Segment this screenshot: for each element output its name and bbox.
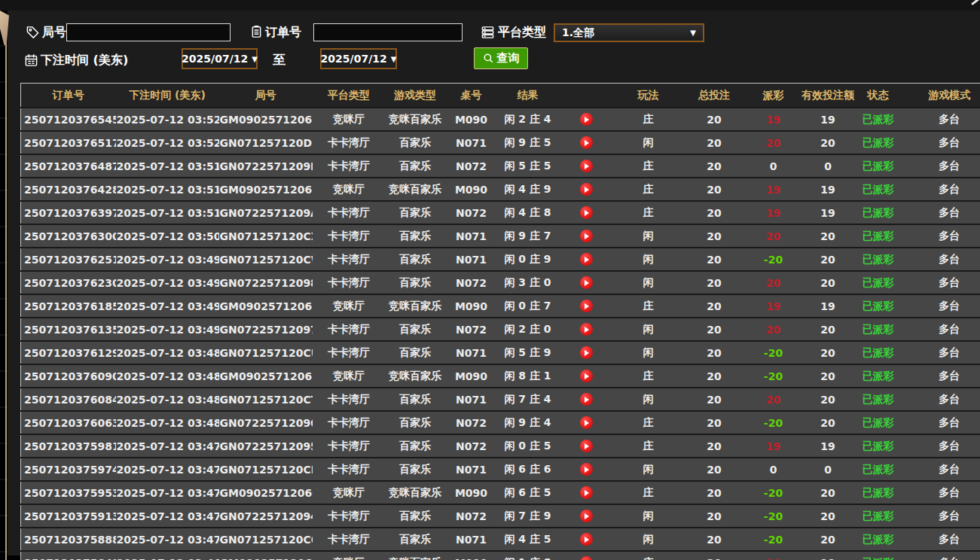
cell-table_no: N071 bbox=[445, 388, 498, 411]
cell-table_no: N071 bbox=[445, 341, 498, 364]
play-result-button[interactable] bbox=[580, 556, 593, 560]
cell-result: 闲 3 庄 0 bbox=[498, 271, 558, 294]
platform-type-select[interactable]: 1.全部 ▼ bbox=[554, 23, 704, 42]
table-row: 2507120375974172025-07-12 03:47:44GN0712… bbox=[21, 458, 980, 481]
cell-table_no: N072 bbox=[445, 271, 498, 294]
cell-status: 已派彩 bbox=[856, 294, 901, 318]
cell-platform: 卡卡湾厅 bbox=[313, 411, 386, 434]
cell-bet_type: 闲 bbox=[615, 528, 682, 551]
chevron-down-icon: ▼ bbox=[690, 29, 696, 37]
date-from-select[interactable]: 2025/07/12 ▼ bbox=[182, 48, 258, 69]
cell-status: 已派彩 bbox=[856, 388, 901, 411]
table-row: 2507120375953592025-07-12 03:47:35GM0902… bbox=[21, 481, 980, 504]
cell-order_no: 250712037642878 bbox=[21, 178, 116, 201]
play-result-button[interactable] bbox=[580, 463, 593, 476]
cell-bet_type: 闲 bbox=[615, 504, 682, 528]
cell-bet_time: 2025-07-12 03:48:26 bbox=[116, 411, 219, 434]
cell-table_no: M090 bbox=[445, 294, 498, 318]
cell-result: 闲 9 庄 4 bbox=[498, 411, 558, 434]
col-order_no: 订单号 bbox=[21, 84, 116, 108]
play-result-button[interactable] bbox=[580, 510, 593, 522]
cell-valid_bet: 19 bbox=[801, 434, 856, 458]
cell-platform: 竞咪厅 bbox=[313, 481, 386, 504]
play-result-button[interactable] bbox=[580, 183, 593, 196]
cell-payout: -20 bbox=[746, 248, 801, 271]
cell-platform: 卡卡湾厅 bbox=[313, 388, 386, 411]
cell-mode: 多台 bbox=[901, 108, 980, 131]
cell-game_type: 百家乐 bbox=[386, 154, 445, 178]
cell-play bbox=[558, 318, 615, 341]
play-result-button[interactable] bbox=[580, 533, 593, 546]
cell-round_no: GN071257120CX bbox=[219, 224, 313, 248]
cell-status: 已派彩 bbox=[856, 458, 901, 481]
cell-bet_type: 庄 bbox=[615, 154, 682, 178]
search-button[interactable]: 查询 bbox=[474, 47, 528, 69]
date-to-value: 2025/07/12 bbox=[321, 53, 387, 65]
cell-bet_time: 2025-07-12 03:49:00 bbox=[116, 318, 219, 341]
cell-game_type: 竞咪百家乐 bbox=[386, 481, 445, 504]
play-result-button[interactable] bbox=[580, 300, 593, 312]
cell-table_no: N071 bbox=[445, 248, 498, 271]
cell-bet_type: 闲 bbox=[615, 341, 682, 364]
play-result-button[interactable] bbox=[580, 276, 593, 289]
play-result-button[interactable] bbox=[580, 346, 593, 359]
col-game_type: 游戏类型 bbox=[386, 84, 445, 108]
cell-table_no: N071 bbox=[445, 131, 498, 154]
date-to-select[interactable]: 2025/07/12 ▼ bbox=[320, 48, 397, 69]
cell-round_no: GM0902571206K bbox=[219, 178, 313, 201]
table-row: 2507120376397322025-07-12 03:51:00GN0722… bbox=[21, 201, 980, 224]
cell-table_no: M090 bbox=[445, 178, 498, 201]
cell-total_bet: 20 bbox=[682, 551, 746, 560]
cell-table_no: M090 bbox=[445, 551, 498, 560]
cell-platform: 卡卡湾厅 bbox=[313, 458, 386, 481]
cell-payout: -20 bbox=[746, 481, 801, 504]
cell-play bbox=[558, 108, 615, 131]
cell-valid_bet: 20 bbox=[801, 131, 856, 154]
play-result-button[interactable] bbox=[580, 440, 593, 452]
cell-status: 已派彩 bbox=[856, 341, 901, 364]
play-result-button[interactable] bbox=[580, 160, 593, 172]
cell-payout: -20 bbox=[746, 341, 801, 364]
order-no-input[interactable] bbox=[313, 23, 463, 41]
table-row: 2507120376428782025-07-12 03:51:15GM0902… bbox=[21, 178, 980, 201]
play-result-button[interactable] bbox=[580, 323, 593, 336]
cell-valid_bet: 20 bbox=[801, 318, 856, 341]
cell-mode: 多台 bbox=[901, 411, 980, 434]
col-round_no: 局号 bbox=[219, 84, 313, 108]
search-button-label: 查询 bbox=[497, 51, 520, 65]
play-result-button[interactable] bbox=[580, 230, 593, 242]
cell-game_type: 百家乐 bbox=[386, 248, 445, 271]
play-result-button[interactable] bbox=[580, 113, 593, 126]
table-header-row: 订单号下注时间 (美东)局号平台类型游戏类型桌号结果玩法总投注派彩有效投注额状态… bbox=[21, 84, 980, 108]
play-result-button[interactable] bbox=[580, 416, 593, 429]
table-row: 2507120376517452025-07-12 03:52:00GN0712… bbox=[21, 131, 980, 154]
play-result-button[interactable] bbox=[580, 370, 593, 382]
col-bet_time: 下注时间 (美东) bbox=[116, 84, 219, 108]
cell-order_no: 250712037618502 bbox=[21, 294, 116, 318]
play-result-button[interactable] bbox=[580, 136, 593, 149]
cell-total_bet: 20 bbox=[682, 434, 746, 458]
play-result-button[interactable] bbox=[580, 206, 593, 219]
cell-bet_type: 庄 bbox=[615, 434, 682, 458]
cell-result: 闲 0 庄 9 bbox=[498, 248, 558, 271]
cell-order_no: 250712037588873 bbox=[21, 528, 116, 551]
cell-total_bet: 20 bbox=[682, 178, 746, 201]
cell-mode: 多台 bbox=[901, 131, 980, 154]
game-no-input[interactable] bbox=[66, 23, 230, 41]
cell-bet_type: 庄 bbox=[615, 364, 682, 388]
cell-table_no: N071 bbox=[445, 528, 498, 551]
cell-platform: 竞咪厅 bbox=[313, 364, 386, 388]
play-result-button[interactable] bbox=[580, 486, 593, 499]
table-row: 2507120376129612025-07-12 03:48:58GN0712… bbox=[21, 341, 980, 364]
table-row: 2507120376185022025-07-12 03:49:22GM0902… bbox=[21, 294, 980, 318]
cell-bet_type: 庄 bbox=[615, 178, 682, 201]
cell-game_type: 百家乐 bbox=[386, 528, 445, 551]
platform-type-value: 1.全部 bbox=[562, 26, 594, 40]
col-status: 状态 bbox=[856, 84, 901, 108]
bet-records-table: 订单号下注时间 (美东)局号平台类型游戏类型桌号结果玩法总投注派彩有效投注额状态… bbox=[20, 83, 980, 560]
play-result-button[interactable] bbox=[580, 253, 593, 266]
cell-order_no: 250712037648731 bbox=[21, 154, 116, 178]
play-result-button[interactable] bbox=[580, 393, 593, 406]
cell-order_no: 250712037609014 bbox=[21, 364, 116, 388]
cell-play bbox=[558, 341, 615, 364]
